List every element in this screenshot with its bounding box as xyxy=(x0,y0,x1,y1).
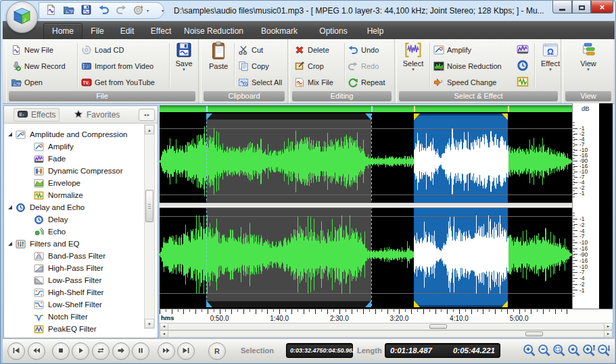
skip-start-button[interactable] xyxy=(7,342,25,360)
select-button[interactable]: Select▼ xyxy=(400,41,427,93)
tree-item-dynamic-compressor[interactable]: Dynamic Compressor xyxy=(4,165,143,177)
tree-item-amplify[interactable]: Amplify xyxy=(4,140,143,153)
new-file-button[interactable]: New File xyxy=(11,43,53,57)
dropdown-caret-icon[interactable]: ▾ xyxy=(147,8,149,13)
paste-button[interactable]: Paste xyxy=(206,41,231,93)
zoom-in-button[interactable] xyxy=(523,344,536,357)
tree-item-notch-filter[interactable]: Notch Filter xyxy=(4,311,143,323)
mix-file-button[interactable]: Mix File xyxy=(294,76,333,89)
cut-button[interactable]: Cut xyxy=(238,43,263,57)
tree-item-filters-and-eq[interactable]: Filters and EQ xyxy=(4,238,143,250)
new-record-button[interactable]: New Record xyxy=(11,59,66,73)
minimize-button[interactable] xyxy=(552,1,572,14)
open-folder-button[interactable] xyxy=(60,4,76,18)
select-all-button[interactable]: Select All xyxy=(238,76,282,89)
effects-tree-scrollbar[interactable]: ▲ ▼ xyxy=(144,124,155,329)
zoom-out-button[interactable] xyxy=(538,344,551,357)
view-button[interactable]: View▼ xyxy=(574,41,602,93)
fade-button[interactable] xyxy=(517,43,529,56)
tree-item-high-shelf-filter[interactable]: High-Shelf Filter xyxy=(4,286,143,298)
horizontal-scrollbar-2[interactable]: ◄ ► xyxy=(160,330,613,338)
tree-expand-icon[interactable] xyxy=(8,132,12,136)
effect-button[interactable]: ΩEffect▼ xyxy=(537,41,564,93)
scroll-right-arrow[interactable]: ► xyxy=(604,323,612,330)
wave-overview-bar[interactable] xyxy=(160,105,572,112)
tab-bookmark[interactable]: Bookmark xyxy=(257,23,302,40)
tab-effect[interactable]: Effect xyxy=(145,23,177,40)
tab-options[interactable]: Options xyxy=(314,23,353,40)
fast-forward-button[interactable] xyxy=(158,342,175,360)
delay-button[interactable] xyxy=(517,59,529,72)
scroll-down-arrow[interactable]: ▼ xyxy=(145,319,154,328)
redo-icon xyxy=(348,61,358,72)
zoom-in-icon xyxy=(523,348,536,359)
tree-item-amplitude-and-compression[interactable]: Amplitude and Compression xyxy=(4,128,143,140)
undo-button[interactable] xyxy=(95,4,112,18)
zoom-vertical-in-button[interactable] xyxy=(582,344,596,357)
new-file-button[interactable] xyxy=(43,4,59,18)
tree-item-fade[interactable]: Fade xyxy=(4,153,143,165)
tab-home[interactable]: Home xyxy=(43,23,82,40)
scrollbar-thumb[interactable] xyxy=(145,190,153,222)
tree-expand-icon[interactable] xyxy=(8,242,12,246)
delete-button[interactable]: Delete xyxy=(294,43,329,57)
tree-item-band-pass-filter[interactable]: Band-Pass Filter xyxy=(4,250,143,262)
scrollbar-thumb[interactable] xyxy=(525,332,543,336)
import-from-video-button[interactable]: ♪Import from Video xyxy=(81,59,153,73)
tab-file[interactable]: File xyxy=(85,23,110,40)
pause-button[interactable] xyxy=(132,342,149,360)
normalize-button[interactable] xyxy=(517,75,529,88)
zoom-vertical-out-button[interactable] xyxy=(597,344,611,357)
speed-change-button[interactable]: ♪Speed Change xyxy=(433,76,496,89)
amplify-button[interactable]: Amplify xyxy=(433,43,471,57)
panel-collapse-button[interactable]: ◄► xyxy=(139,109,155,121)
tree-item-high-pass-filter[interactable]: High-Pass Filter xyxy=(4,262,143,274)
tree-expand-icon[interactable] xyxy=(8,205,12,209)
play-button[interactable] xyxy=(72,342,89,360)
undo-button[interactable]: Undo xyxy=(348,43,379,57)
tree-item-delay[interactable]: Delay xyxy=(4,213,143,226)
zoom-selection-button[interactable] xyxy=(552,344,566,357)
tree-item-delay-and-echo[interactable]: Delay and Echo xyxy=(4,201,143,213)
play-selection-button[interactable] xyxy=(112,342,130,360)
tab-noise-reduction[interactable]: Noise Reduction xyxy=(183,23,245,40)
rewind-button[interactable] xyxy=(28,342,45,360)
close-button[interactable]: × xyxy=(591,1,613,14)
skip-end-button[interactable] xyxy=(177,342,195,360)
scroll-left-arrow[interactable]: ◄ xyxy=(160,331,168,337)
burn-button[interactable] xyxy=(131,4,147,18)
tree-item-envelope[interactable]: Envelope xyxy=(4,177,143,189)
scrollbar-thumb[interactable] xyxy=(429,324,447,329)
crop-button[interactable]: Crop xyxy=(294,59,324,73)
stop-button[interactable] xyxy=(52,342,70,360)
tree-item-low-pass-filter[interactable]: Low-Pass Filter xyxy=(4,274,143,286)
maximize-button[interactable] xyxy=(572,1,591,14)
zoom-full-button[interactable] xyxy=(567,344,581,357)
repeat-button[interactable]: Repeat xyxy=(348,76,385,89)
record-button[interactable]: R xyxy=(208,342,226,360)
copy-button[interactable]: Copy xyxy=(238,59,269,73)
load-cd-button[interactable]: Load CD xyxy=(81,43,124,57)
tree-item-low-shelf-filter[interactable]: Low-Shelf Filter xyxy=(4,298,143,311)
timeline-ruler[interactable]: hms 0:50.01:40.02:30.03:20.04:10.05:00.0 xyxy=(160,309,613,323)
scroll-left-arrow[interactable]: ◄ xyxy=(160,323,168,330)
tab-help[interactable]: Help xyxy=(362,23,388,40)
open-button[interactable]: Open xyxy=(11,76,43,89)
app-logo-button[interactable]: ♪ xyxy=(6,1,38,33)
tab-edit[interactable]: Edit xyxy=(115,23,139,40)
get-from-youtube-button[interactable]: TV♪Get from YouTube xyxy=(81,76,155,89)
horizontal-scrollbar-1[interactable]: ◄ ► xyxy=(160,323,613,330)
tree-item-echo[interactable]: Echo xyxy=(4,226,143,238)
loop-button[interactable] xyxy=(92,342,110,360)
tree-item-normalize[interactable]: Normalize xyxy=(4,189,143,201)
waveform-canvas[interactable] xyxy=(160,112,572,309)
scroll-right-arrow[interactable]: ► xyxy=(604,331,612,337)
save-button[interactable]: Save▼ xyxy=(171,41,197,93)
tab-effects[interactable]: E♪Effects xyxy=(14,108,60,122)
noise-reduction-button[interactable]: Noise Reduction xyxy=(433,59,502,73)
qat-overflow-button[interactable]: ▾ xyxy=(162,8,164,13)
tree-item-peakeq-filter[interactable]: PeakEQ Filter xyxy=(4,323,143,335)
save-button[interactable] xyxy=(78,4,94,18)
scroll-up-arrow[interactable]: ▲ xyxy=(145,125,154,134)
tab-favorites[interactable]: Favorites xyxy=(69,108,124,122)
